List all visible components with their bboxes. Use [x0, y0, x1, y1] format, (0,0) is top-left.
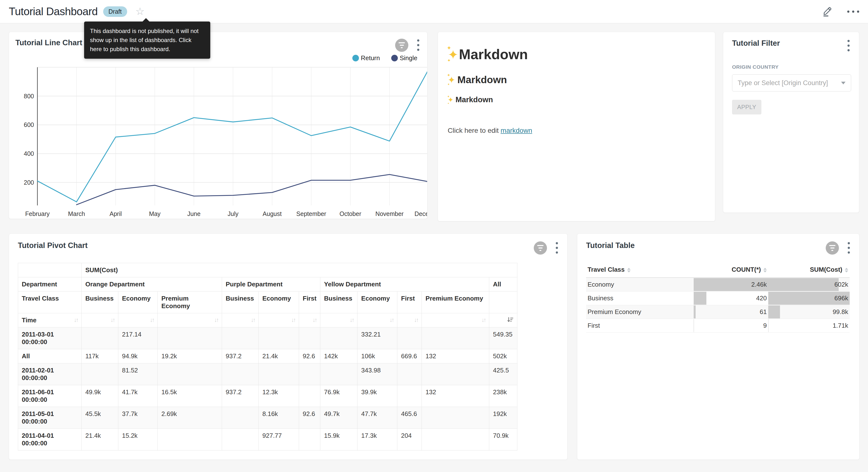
sum-cell: 99.8k	[768, 305, 850, 319]
more-menu-icon[interactable]	[847, 10, 859, 13]
pivot-row-label: All	[18, 349, 82, 363]
legend-item-single[interactable]: Single	[391, 54, 417, 62]
chart-kebab-icon[interactable]	[416, 38, 420, 52]
pivot-sort-cell: ↓↑	[299, 313, 320, 327]
filter-indicator-icon[interactable]	[826, 241, 839, 255]
pivot-cell	[82, 327, 118, 349]
pivot-class-header: Economy	[358, 292, 397, 313]
sort-icon[interactable]: ↓↑	[350, 317, 353, 323]
legend-item-return[interactable]: Return	[352, 54, 380, 62]
pivot-cell	[397, 363, 422, 385]
edit-pencil-icon[interactable]	[822, 6, 833, 17]
table-kebab-icon[interactable]	[847, 241, 850, 255]
table-row: First91.71k	[586, 319, 850, 332]
pivot-row: 2011-05-01 00:00:0045.5k37.7k2.69k8.16k9…	[18, 407, 517, 429]
pivot-cell: 132	[422, 349, 489, 363]
pivot-sort-cell: ↓↑	[222, 313, 259, 327]
filter-kebab-icon[interactable]	[847, 39, 850, 52]
pivot-cell: 502k	[489, 349, 517, 363]
pivot-row-label: 2011-03-01 00:00:00	[18, 327, 82, 349]
pivot-cell: 92.6	[299, 349, 320, 363]
sort-icon[interactable]: ↓↑	[312, 317, 316, 323]
tutorial-table: Travel ClassCOUNT(*)SUM(Cost)Economy2.46…	[586, 262, 850, 333]
page-title: Tutorial Dashboard	[9, 5, 98, 18]
pivot-row: 2011-02-01 00:00:0081.52343.98425.5	[18, 363, 517, 385]
pivot-sort-cell	[489, 313, 517, 327]
pivot-cell	[397, 385, 422, 407]
line-chart-title: Tutorial Line Chart	[16, 38, 82, 47]
x-axis-label: August	[262, 210, 282, 217]
pivot-cell	[299, 327, 320, 349]
table-title: Tutorial Table	[586, 241, 635, 250]
pivot-class-header: Economy	[118, 292, 158, 313]
apply-button[interactable]: APPLY	[732, 100, 762, 114]
filter-title: Tutorial Filter	[732, 39, 780, 48]
sort-icon[interactable]: ↓↑	[111, 317, 115, 323]
pivot-cell: 204	[397, 429, 422, 450]
sort-icon[interactable]: ↓↑	[291, 317, 295, 323]
pivot-sort-cell: ↓↑	[158, 313, 222, 327]
sort-icon[interactable]: ↓↑	[214, 317, 218, 323]
sort-icon[interactable]: ↓↑	[482, 317, 485, 323]
table-row: Economy2.46k602k	[586, 277, 850, 291]
sort-icon[interactable]: ↓↑	[251, 317, 255, 323]
svg-text:600: 600	[24, 121, 34, 128]
filter-indicator-icon[interactable]	[395, 39, 408, 52]
pivot-cell: 49.9k	[82, 385, 118, 407]
origin-country-label: ORIGIN COUNTRY	[732, 64, 850, 70]
draft-tooltip: This dashboard is not published, it will…	[84, 22, 210, 59]
filter-card: Tutorial Filter ORIGIN COUNTRY Type or S…	[723, 32, 859, 213]
x-axis-label: April	[110, 210, 122, 217]
sort-icon[interactable]: ↓↑	[414, 317, 418, 323]
travel-class-cell: Business	[586, 291, 694, 305]
table-column-header[interactable]: COUNT(*)	[694, 262, 768, 277]
pivot-sort-cell: ↓↑	[422, 313, 489, 327]
sort-descending-icon[interactable]	[507, 317, 514, 323]
pivot-cell	[320, 363, 358, 385]
sort-carets-icon[interactable]	[845, 268, 848, 272]
sort-icon[interactable]: ↓↑	[390, 317, 394, 323]
pivot-sort-cell: ↓↑	[259, 313, 299, 327]
markdown-h2: ✦✦✦Markdown	[448, 74, 705, 86]
pivot-cell	[422, 407, 489, 429]
pivot-department-header: Purple Department	[222, 277, 320, 292]
pivot-row-label: 2011-06-01 00:00:00	[18, 385, 82, 407]
sparkles-icon: ✦✦✦	[448, 95, 454, 104]
pivot-cell: 192k	[489, 407, 517, 429]
pivot-department-header: Yellow Department	[320, 277, 489, 292]
table-row: Premium Economy6199.8k	[586, 305, 850, 319]
pivot-cell	[397, 327, 422, 349]
pivot-cell: 39.9k	[358, 385, 397, 407]
pivot-class-header: Economy	[259, 292, 299, 313]
return-dot-icon	[352, 55, 359, 61]
markdown-edit-link[interactable]: markdown	[500, 127, 532, 134]
pivot-cell: 238k	[489, 385, 517, 407]
x-axis-label: June	[187, 210, 200, 217]
pivot-cell	[259, 363, 299, 385]
sort-carets-icon[interactable]	[763, 268, 767, 272]
pivot-cell	[320, 327, 358, 349]
pivot-row-label: 2011-05-01 00:00:00	[18, 407, 82, 429]
pivot-cell: 106k	[358, 349, 397, 363]
sort-icon[interactable]: ↓↑	[150, 317, 154, 323]
pivot-cell: 15.9k	[320, 429, 358, 450]
pivot-cell: 8.16k	[259, 407, 299, 429]
filter-indicator-icon[interactable]	[534, 241, 547, 255]
star-icon[interactable]: ☆	[135, 6, 145, 17]
svg-text:400: 400	[24, 150, 34, 157]
pivot-department-label: Department	[18, 277, 82, 292]
table-column-header[interactable]: SUM(Cost)	[768, 262, 850, 277]
pivot-cell	[222, 407, 259, 429]
travel-class-cell: Premium Economy	[586, 305, 694, 319]
origin-country-select[interactable]: Type or Select [Origin Country]	[732, 75, 851, 91]
draft-badge[interactable]: Draft	[103, 6, 127, 17]
pivot-cell: 16.5k	[158, 385, 222, 407]
sort-icon[interactable]: ↓↑	[74, 317, 78, 324]
pivot-cell: 332.21	[358, 327, 397, 349]
sort-carets-icon[interactable]	[627, 268, 630, 272]
pivot-kebab-icon[interactable]	[555, 241, 558, 255]
pivot-grid: SUM(Cost)DepartmentOrange DepartmentPurp…	[18, 263, 517, 450]
table-column-header[interactable]: Travel Class	[586, 262, 694, 277]
pivot-cell: 142k	[320, 349, 358, 363]
count-cell: 9	[694, 319, 768, 332]
